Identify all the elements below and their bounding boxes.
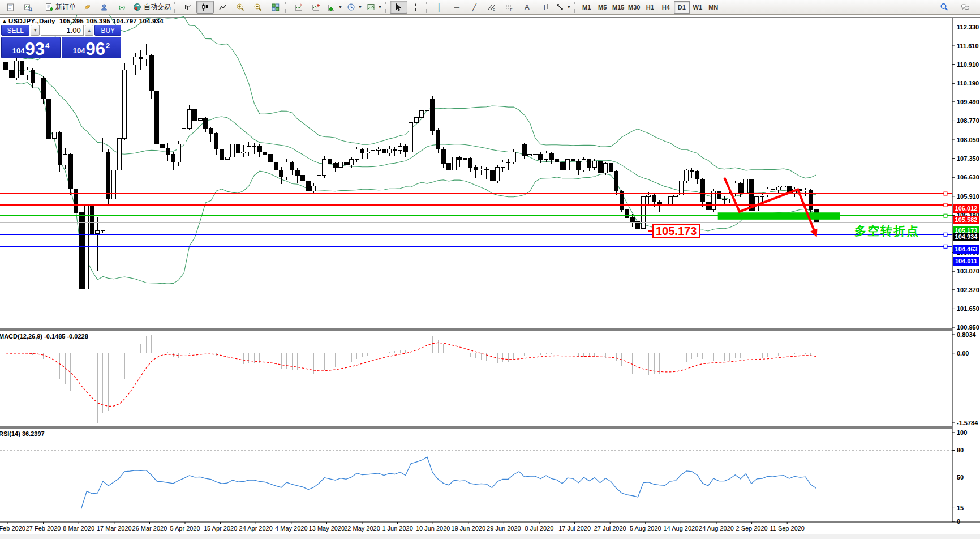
search-icon-button[interactable] <box>935 1 953 14</box>
timeframe-mn-button[interactable]: MN <box>706 1 721 14</box>
candle <box>182 128 186 144</box>
candle <box>139 57 143 59</box>
vertical-line-button[interactable]: │ <box>431 1 448 14</box>
candle <box>393 149 397 150</box>
bar-chart-button[interactable] <box>179 1 196 14</box>
profiles-icon <box>24 3 33 12</box>
new-chart-icon <box>6 3 15 12</box>
candle <box>274 162 278 170</box>
gold-button[interactable] <box>78 1 96 14</box>
candle <box>679 181 683 195</box>
new-order-button[interactable]: 新订单 <box>42 1 78 14</box>
chart-canvas[interactable]: 112.330111.610110.910110.190109.490108.7… <box>0 15 980 539</box>
profiles-button[interactable] <box>19 1 37 14</box>
chat-icon-button[interactable] <box>956 1 974 14</box>
candle <box>501 162 505 168</box>
date-tick: 17 Mar 2020 <box>97 525 132 532</box>
timeframe-h1-button[interactable]: H1 <box>642 1 658 14</box>
label-button[interactable]: T <box>536 1 553 14</box>
timeframe-h4-button[interactable]: H4 <box>658 1 674 14</box>
candle <box>220 149 224 160</box>
turning-zone-rectangle[interactable] <box>718 212 840 220</box>
horizontal-line-button[interactable]: ─ <box>448 1 466 14</box>
candle <box>360 149 364 153</box>
trendline-button[interactable]: ╱ <box>466 1 483 14</box>
sell-price-big: 93 <box>25 42 44 57</box>
hline-handle[interactable] <box>944 203 947 207</box>
tile-windows-button[interactable] <box>267 1 284 14</box>
bar-chart-icon <box>183 3 192 12</box>
date-tick: 11 Sep 2020 <box>770 525 805 532</box>
timeframe-m5-button[interactable]: M5 <box>595 1 611 14</box>
templates-button[interactable]: ▼ <box>364 1 384 14</box>
price-callout-105173[interactable]: 105.173 <box>652 224 700 238</box>
auto-scroll-button[interactable] <box>290 1 307 14</box>
candle <box>280 170 283 177</box>
crosshair-button[interactable] <box>407 1 425 14</box>
fibonacci-icon: F <box>505 3 514 12</box>
crosshair-icon <box>411 3 420 12</box>
candle <box>803 190 807 191</box>
toolbar-separator <box>38 2 41 13</box>
price-tick: 102.370 <box>957 286 979 293</box>
buy-price-button[interactable]: 104962 <box>62 37 121 58</box>
timeframe-m15-button[interactable]: M15 <box>611 1 626 14</box>
chevron-down-icon: ▼ <box>358 5 362 9</box>
signals-button[interactable] <box>113 1 131 14</box>
macd-signal-line <box>6 343 816 406</box>
turning-point-text[interactable]: 多空转折点 <box>854 223 919 239</box>
ohlc-open: 105.395 <box>59 18 84 24</box>
chat-icon <box>961 3 970 12</box>
channel-button[interactable]: E <box>483 1 501 14</box>
shapes-button[interactable]: ▼ <box>553 1 573 14</box>
candle <box>577 161 581 170</box>
line-chart-button[interactable] <box>214 1 231 14</box>
candle <box>414 117 418 122</box>
candle <box>20 61 24 75</box>
hline-handle[interactable] <box>944 233 947 236</box>
volume-down-button[interactable]: ▼ <box>31 25 40 36</box>
sell-button[interactable]: SELL <box>1 25 29 36</box>
candle <box>9 70 13 78</box>
zoom-out-button[interactable] <box>249 1 267 14</box>
bollinger-band <box>16 83 816 284</box>
new-chart-button[interactable] <box>2 1 19 14</box>
hline-handle[interactable] <box>944 214 947 217</box>
sell-price-button[interactable]: 104934 <box>1 37 61 58</box>
text-button[interactable]: A <box>518 1 536 14</box>
periods-button[interactable]: ▼ <box>345 1 364 14</box>
fibonacci-button[interactable]: F <box>501 1 518 14</box>
one-click-trading-panel: SELL ▼ 1.00 ▲ BUY 104934 104962 <box>1 25 121 58</box>
buy-button[interactable]: BUY <box>94 25 121 36</box>
timeframe-m30-button[interactable]: M30 <box>626 1 642 14</box>
zoom-in-button[interactable] <box>231 1 249 14</box>
autotrading-button[interactable]: 自动交易 <box>131 1 173 14</box>
candle <box>112 170 116 199</box>
timeframe-w1-button[interactable]: W1 <box>690 1 706 14</box>
shapes-icon <box>556 3 565 12</box>
candle <box>403 147 407 152</box>
candle <box>204 119 208 128</box>
candle <box>74 189 78 212</box>
candle <box>733 183 737 194</box>
timeframe-d1-button[interactable]: D1 <box>674 1 690 14</box>
chart-shift-button[interactable] <box>307 1 325 14</box>
candle <box>604 164 608 173</box>
candle <box>517 144 521 152</box>
date-tick: 27 Feb 2020 <box>26 525 61 532</box>
candlestick-chart-button[interactable] <box>196 1 214 14</box>
hline-handle[interactable] <box>944 245 947 248</box>
hline-handle[interactable] <box>944 192 947 195</box>
candle <box>760 195 764 196</box>
candle <box>512 152 515 162</box>
indicators-button[interactable]: ▼ <box>325 1 345 14</box>
new-order-icon <box>45 3 54 12</box>
timeframe-m1-button[interactable]: M1 <box>579 1 595 14</box>
cursor-button[interactable] <box>390 1 407 14</box>
volume-up-button[interactable]: ▲ <box>85 25 94 36</box>
candle <box>198 119 202 120</box>
chevron-down-icon: ▼ <box>338 5 342 9</box>
volume-input[interactable]: 1.00 <box>41 25 84 36</box>
cursor-icon <box>394 3 403 12</box>
accounts-button[interactable] <box>96 1 113 14</box>
